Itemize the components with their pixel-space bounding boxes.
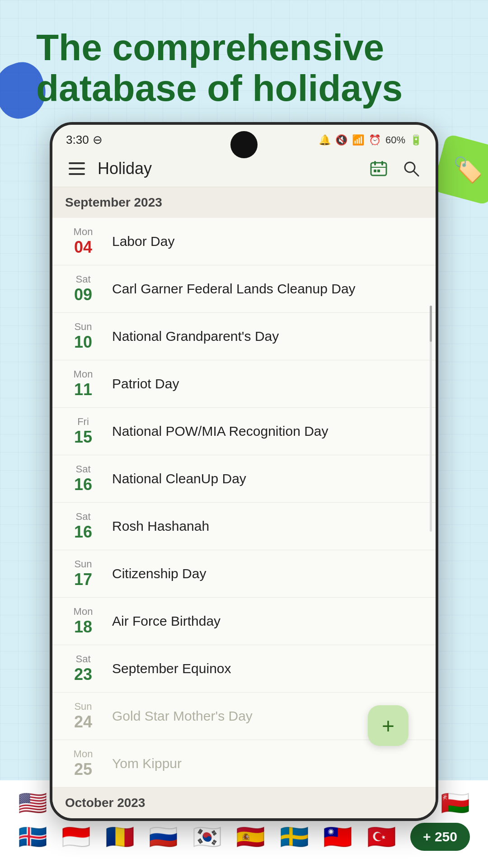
holiday-item-pow-mia[interactable]: Fri 15 National POW/MIA Recognition Day bbox=[52, 408, 436, 455]
svg-line-10 bbox=[413, 171, 418, 176]
alarm-icon: ⊖ bbox=[93, 133, 103, 147]
date-col: Fri 15 bbox=[65, 416, 101, 447]
holiday-item-air-force[interactable]: Mon 18 Air Force Birthday bbox=[52, 598, 436, 645]
scrollbar-track[interactable] bbox=[430, 306, 432, 532]
holiday-item-yom-kippur[interactable]: Mon 25 Yom Kippur bbox=[52, 740, 436, 788]
svg-rect-8 bbox=[377, 170, 380, 172]
alarm-icon2: 🔔 bbox=[319, 134, 331, 146]
status-time: 3:30 ⊖ bbox=[66, 133, 103, 147]
svg-rect-4 bbox=[374, 161, 376, 165]
month-header-september: September 2023 bbox=[52, 187, 436, 218]
month-header-october: October 2023 bbox=[52, 788, 436, 818]
date-col: Mon 11 bbox=[65, 368, 101, 399]
holiday-item-patriot-day[interactable]: Mon 11 Patriot Day bbox=[52, 360, 436, 408]
svg-rect-2 bbox=[69, 173, 85, 175]
holiday-list: Mon 04 Labor Day Sat 09 Carl Garner Fede… bbox=[52, 218, 436, 788]
flag-us[interactable]: 🇺🇸 bbox=[18, 791, 47, 815]
holiday-item-labor-day[interactable]: Mon 04 Labor Day bbox=[52, 218, 436, 265]
flag-is[interactable]: 🇮🇸 bbox=[18, 825, 47, 849]
search-button[interactable] bbox=[399, 157, 423, 180]
svg-rect-1 bbox=[69, 168, 85, 170]
svg-rect-7 bbox=[374, 170, 376, 172]
holiday-item-rosh-hashanah[interactable]: Sat 16 Rosh Hashanah bbox=[52, 503, 436, 550]
clock-icon: ⏰ bbox=[369, 134, 381, 146]
date-col: Mon 25 bbox=[65, 748, 101, 779]
flag-om[interactable]: 🇴🇲 bbox=[441, 791, 470, 815]
holiday-item-september-equinox[interactable]: Sat 23 September Equinox bbox=[52, 645, 436, 693]
flag-tr[interactable]: 🇹🇷 bbox=[367, 825, 396, 849]
svg-rect-6 bbox=[371, 167, 386, 168]
app-title: Holiday bbox=[98, 159, 358, 178]
svg-rect-0 bbox=[69, 162, 85, 164]
date-col: Sat 23 bbox=[65, 653, 101, 684]
date-col: Sun 10 bbox=[65, 321, 101, 352]
holiday-item-citizenship-day[interactable]: Sun 17 Citizenship Day bbox=[52, 550, 436, 598]
camera-notch bbox=[230, 131, 258, 158]
date-col: Sun 24 bbox=[65, 701, 101, 731]
flags-row-2: 🇮🇸 🇮🇩 🇷🇴 🇷🇺 🇰🇷 🇪🇸 🇸🇪 🇹🇼 🇹🇷 + 250 bbox=[18, 823, 470, 851]
date-col: Mon 18 bbox=[65, 606, 101, 637]
svg-rect-3 bbox=[371, 163, 386, 175]
scrollbar-thumb[interactable] bbox=[430, 306, 432, 342]
holiday-item-grandparents[interactable]: Sun 10 National Grandparent's Day bbox=[52, 313, 436, 360]
more-countries-button[interactable]: + 250 bbox=[410, 823, 470, 851]
date-col: Sat 16 bbox=[65, 463, 101, 494]
add-fab-button[interactable]: + bbox=[368, 705, 408, 746]
status-icons: 🔔 🔇 📶 ⏰ 60% 🔋 bbox=[319, 134, 422, 146]
flag-tw[interactable]: 🇹🇼 bbox=[323, 825, 352, 849]
flag-kr[interactable]: 🇰🇷 bbox=[192, 825, 222, 849]
flag-ru[interactable]: 🇷🇺 bbox=[149, 825, 178, 849]
flag-ro[interactable]: 🇷🇴 bbox=[105, 825, 135, 849]
flag-es[interactable]: 🇪🇸 bbox=[236, 825, 265, 849]
flag-se[interactable]: 🇸🇪 bbox=[280, 825, 309, 849]
date-col: Mon 04 bbox=[65, 226, 101, 257]
battery-text: 60% bbox=[385, 134, 405, 146]
mute-icon: 🔇 bbox=[335, 134, 347, 146]
svg-rect-5 bbox=[381, 161, 383, 165]
flag-id[interactable]: 🇮🇩 bbox=[61, 825, 91, 849]
battery-icon: 🔋 bbox=[410, 134, 422, 146]
hero-title: The comprehensive database of holidays bbox=[36, 27, 452, 108]
date-col: Sat 09 bbox=[65, 274, 101, 304]
calendar-icon-button[interactable] bbox=[367, 157, 390, 180]
phone-mockup: 3:30 ⊖ 🔔 🔇 📶 ⏰ 60% 🔋 Holiday bbox=[50, 122, 438, 821]
date-col: Sun 17 bbox=[65, 558, 101, 589]
wifi-icon: 📶 bbox=[352, 134, 364, 146]
holiday-item-national-cleanup[interactable]: Sat 16 National CleanUp Day bbox=[52, 455, 436, 503]
holiday-item-carl-garner[interactable]: Sat 09 Carl Garner Federal Lands Cleanup… bbox=[52, 265, 436, 313]
date-col: Sat 16 bbox=[65, 511, 101, 542]
menu-button[interactable] bbox=[65, 157, 89, 180]
green-tag-decoration bbox=[432, 133, 488, 205]
